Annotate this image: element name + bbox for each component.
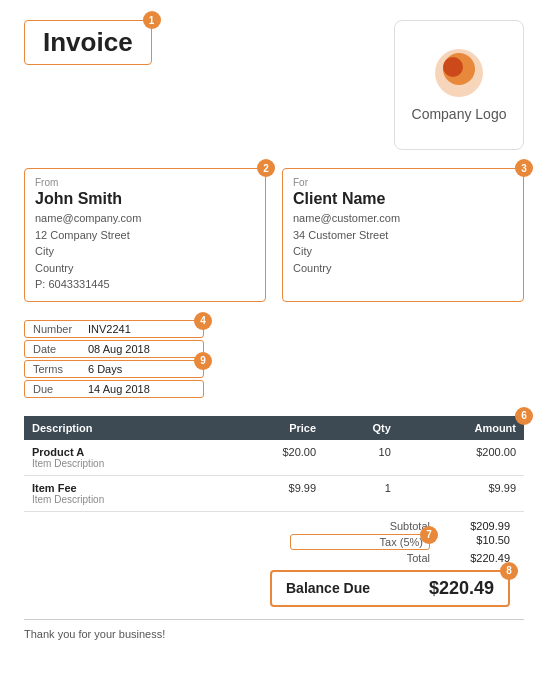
- item-2-price: $9.99: [216, 475, 324, 511]
- item-2-amount: $9.99: [399, 475, 524, 511]
- badge-8: 8: [500, 562, 518, 580]
- item-1-amount: $200.00: [399, 440, 524, 476]
- badge-4: 4: [194, 312, 212, 330]
- for-name: Client Name: [293, 190, 513, 208]
- for-address3: Country: [293, 260, 513, 277]
- meta-row-terms: Terms 6 Days 9: [24, 360, 204, 378]
- item-2-desc-cell: Item Fee Item Description: [24, 475, 216, 511]
- for-box: For Client Name name@customer.com 34 Cus…: [282, 168, 524, 302]
- from-label: From: [35, 177, 255, 188]
- badge-1: 1: [143, 11, 161, 29]
- for-email: name@customer.com: [293, 210, 513, 227]
- table-row: Product A Item Description $20.00 10 $20…: [24, 440, 524, 476]
- table-row: Item Fee Item Description $9.99 1 $9.99: [24, 475, 524, 511]
- item-1-price: $20.00: [216, 440, 324, 476]
- from-address2: City: [35, 243, 255, 260]
- for-address1: 34 Customer Street: [293, 227, 513, 244]
- meta-section: Number INV2241 4 Date 08 Aug 2018 Terms …: [24, 320, 524, 398]
- invoice-title-box: Invoice 1: [24, 20, 152, 65]
- meta-lines: Number INV2241 4 Date 08 Aug 2018 Terms …: [24, 320, 524, 398]
- items-table: Description Price Qty Amount Product A I…: [24, 416, 524, 512]
- item-1-description: Item Description: [32, 458, 208, 469]
- items-section: Description Price Qty Amount Product A I…: [24, 416, 524, 512]
- logo-box: Company Logo: [394, 20, 524, 150]
- svg-point-2: [443, 57, 463, 77]
- subtotal-row: Subtotal $209.99: [290, 520, 510, 532]
- badge-9: 9: [194, 352, 212, 370]
- total-value: $220.49: [450, 552, 510, 564]
- subtotal-value: $209.99: [450, 520, 510, 532]
- tax-label: Tax (5%) 7: [290, 534, 430, 550]
- meta-value-due: 14 Aug 2018: [88, 383, 150, 395]
- item-1-desc-cell: Product A Item Description: [24, 440, 216, 476]
- from-address1: 12 Company Street: [35, 227, 255, 244]
- meta-value-number: INV2241: [88, 323, 131, 335]
- for-label: For: [293, 177, 513, 188]
- col-qty: Qty: [324, 416, 399, 440]
- meta-value-date: 08 Aug 2018: [88, 343, 150, 355]
- from-name: John Smith: [35, 190, 255, 208]
- balance-due-label: Balance Due: [286, 580, 370, 596]
- badge-2: 2: [257, 159, 275, 177]
- logo-icon: [433, 47, 485, 99]
- item-1-name: Product A: [32, 446, 208, 458]
- balance-due-box: Balance Due $220.49 8: [270, 570, 510, 607]
- invoice-title: Invoice: [43, 27, 133, 57]
- totals-section: Subtotal $209.99 Tax (5%) 7 $10.50 Total…: [24, 520, 524, 607]
- from-address3: Country: [35, 260, 255, 277]
- meta-key-date: Date: [33, 343, 88, 355]
- parties-section: From John Smith name@company.com 12 Comp…: [24, 168, 524, 302]
- tax-label-text: Tax (5%): [380, 536, 423, 548]
- item-2-qty: 1: [324, 475, 399, 511]
- total-label: Total: [290, 552, 430, 564]
- badge-7: 7: [420, 526, 438, 544]
- invoice-header: Invoice 1 Company Logo: [24, 20, 524, 150]
- from-phone: P: 6043331445: [35, 276, 255, 293]
- col-amount: Amount: [399, 416, 524, 440]
- meta-value-terms: 6 Days: [88, 363, 122, 375]
- meta-key-number: Number: [33, 323, 88, 335]
- meta-row-due: Due 14 Aug 2018: [24, 380, 204, 398]
- tax-value: $10.50: [450, 534, 510, 550]
- table-header-row: Description Price Qty Amount: [24, 416, 524, 440]
- meta-row-number: Number INV2241 4: [24, 320, 204, 338]
- total-row: Total $220.49: [290, 552, 510, 564]
- meta-key-terms: Terms: [33, 363, 88, 375]
- for-address2: City: [293, 243, 513, 260]
- item-2-description: Item Description: [32, 494, 208, 505]
- tax-row-wrapper: Tax (5%) 7 $10.50: [290, 534, 510, 550]
- badge-3: 3: [515, 159, 533, 177]
- balance-due-value: $220.49: [429, 578, 494, 599]
- meta-key-due: Due: [33, 383, 88, 395]
- col-description: Description: [24, 416, 216, 440]
- from-email: name@company.com: [35, 210, 255, 227]
- footer-text: Thank you for your business!: [24, 628, 524, 640]
- footer-divider: [24, 619, 524, 620]
- badge-6: 6: [515, 407, 533, 425]
- col-price: Price: [216, 416, 324, 440]
- item-2-name: Item Fee: [32, 482, 208, 494]
- logo-text: Company Logo: [412, 105, 507, 123]
- meta-row-date: Date 08 Aug 2018: [24, 340, 204, 358]
- subtotal-label: Subtotal: [290, 520, 430, 532]
- from-box: From John Smith name@company.com 12 Comp…: [24, 168, 266, 302]
- item-1-qty: 10: [324, 440, 399, 476]
